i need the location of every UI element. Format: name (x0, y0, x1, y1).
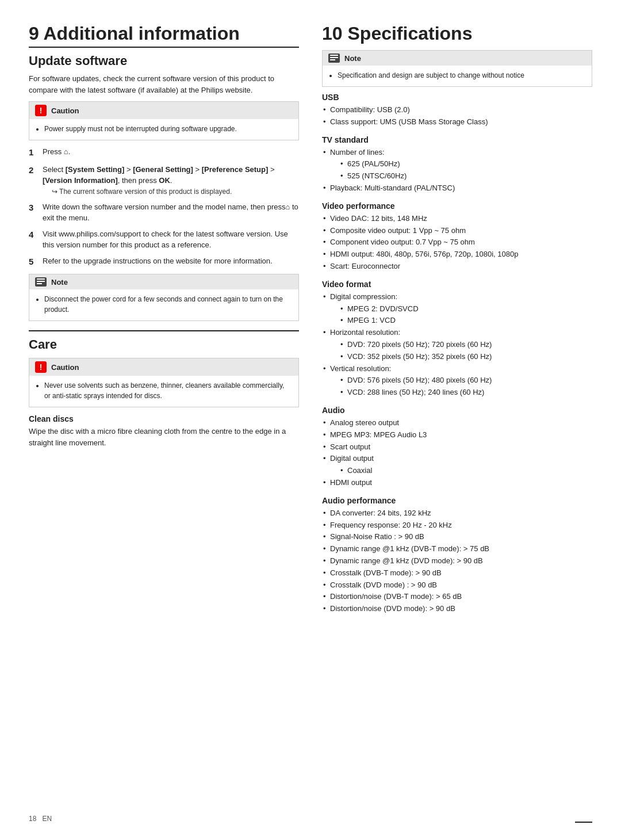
spec-vp-item-0: Video DAC: 12 bits, 148 MHz (322, 213, 592, 225)
spec-audio-sub-3-0: Coaxial (339, 465, 592, 477)
spec-vf-item-2: Vertical resolution: DVD: 576 pixels (50… (322, 363, 592, 399)
spec-vf-sub-0-1: MPEG 1: VCD (339, 315, 592, 327)
spec-audio-list: Analog stereo output MPEG MP3: MPEG Audi… (322, 417, 592, 489)
spec-vp-list: Video DAC: 12 bits, 148 MHz Composite vi… (322, 213, 592, 273)
right-section-title: 10 Specifications (322, 23, 592, 44)
step-5: 5 Refer to the upgrade instructions on t… (29, 255, 299, 269)
note-item-update-0: Disconnect the power cord for a few seco… (44, 294, 292, 315)
spec-tv-sub-0-1: 525 (NTSC/60Hz) (339, 170, 592, 182)
spec-video-format: Video format Digital compression: MPEG 2… (322, 280, 592, 399)
spec-tv-item-1: Playback: Multi-standard (PAL/NTSC) (322, 182, 592, 194)
page-footer: 18 EN (29, 815, 52, 823)
step-5-num: 5 (29, 255, 38, 269)
caution-icon-care: ! (35, 361, 47, 373)
spec-audio-sub-3: Coaxial (330, 465, 592, 477)
spec-audio-title: Audio (322, 406, 592, 415)
spec-vf-item-1: Horizontal resolution: DVD: 720 pixels (… (322, 327, 592, 362)
step-4-content: Visit www.philips.com/support to check f… (43, 228, 299, 251)
note-box-specs: Note Specification and design are subjec… (322, 50, 592, 87)
step-3-content: Write down the software version number a… (43, 201, 299, 224)
spec-audio-performance: Audio performance DA converter: 24 bits,… (322, 496, 592, 615)
update-software-intro: For software updates, check the current … (29, 73, 299, 96)
spec-tv-sub-0-0: 625 (PAL/50Hz) (339, 158, 592, 170)
caution-icon-update: ! (35, 105, 47, 116)
spec-ap-item-5: Crosstalk (DVB-T mode): > 90 dB (322, 567, 592, 579)
step-4: 4 Visit www.philips.com/support to check… (29, 228, 299, 251)
spec-vf-sub-0: MPEG 2: DVD/SVCD MPEG 1: VCD (330, 303, 592, 327)
clean-discs-title: Clean discs (29, 414, 299, 423)
caution-body-care: Never use solvents such as benzene, thin… (29, 376, 298, 407)
step-2-arrow: ↪ The current software version of this p… (43, 186, 299, 197)
note-header-update: Note (29, 274, 298, 289)
spec-ap-item-2: Signal-Noise Ratio : > 90 dB (322, 531, 592, 543)
spec-audio-item-4: HDMI output (322, 477, 592, 489)
svg-rect-0 (37, 278, 45, 280)
spec-vp-title: Video performance (322, 201, 592, 211)
spec-vf-sub-2-1: VCD: 288 lines (50 Hz); 240 lines (60 Hz… (339, 387, 592, 399)
step-3-num: 3 (29, 201, 38, 224)
footer-line (575, 822, 592, 823)
page-lang: EN (42, 815, 52, 823)
note-item-specs-0: Specification and design are subject to … (338, 70, 585, 81)
step-1-num: 1 (29, 146, 38, 159)
spec-tv-standard: TV standard Number of lines: 625 (PAL/50… (322, 135, 592, 194)
note-icon-update (35, 277, 47, 287)
svg-rect-4 (330, 57, 338, 58)
caution-item-care-0: Never use solvents such as benzene, thin… (44, 380, 292, 401)
step-4-num: 4 (29, 228, 38, 251)
spec-vf-item-0: Digital compression: MPEG 2: DVD/SVCD MP… (322, 291, 592, 327)
left-column: 9 Additional information Update software… (29, 23, 299, 622)
spec-ap-item-8: Distortion/noise (DVD mode): > 90 dB (322, 603, 592, 615)
spec-ap-title: Audio performance (322, 496, 592, 505)
spec-ap-item-4: Dynamic range @1 kHz (DVD mode): > 90 dB (322, 555, 592, 567)
spec-ap-list: DA converter: 24 bits, 192 kHz Frequency… (322, 507, 592, 615)
caution-list-care: Never use solvents such as benzene, thin… (36, 380, 292, 401)
caution-list-update: Power supply must not be interrupted dur… (36, 124, 292, 134)
caution-item-update-0: Power supply must not be interrupted dur… (44, 124, 292, 134)
note-box-update: Note Disconnect the power cord for a few… (29, 274, 299, 321)
note-body-update: Disconnect the power cord for a few seco… (29, 289, 298, 320)
spec-tv-item-0: Number of lines: 625 (PAL/50Hz) 525 (NTS… (322, 147, 592, 182)
note-list-update: Disconnect the power cord for a few seco… (36, 294, 292, 315)
spec-vp-item-3: HDMI output: 480i, 480p, 576i, 576p, 720… (322, 249, 592, 261)
spec-ap-item-3: Dynamic range @1 kHz (DVB-T mode): > 75 … (322, 543, 592, 555)
left-section-title: 9 Additional information (29, 23, 299, 44)
svg-rect-2 (37, 283, 42, 284)
spec-vf-sub-1-0: DVD: 720 pixels (50 Hz); 720 pixels (60 … (339, 339, 592, 351)
caution-box-care: ! Caution Never use solvents such as ben… (29, 358, 299, 407)
spec-vf-list: Digital compression: MPEG 2: DVD/SVCD MP… (322, 291, 592, 399)
caution-label-update: Caution (51, 106, 79, 115)
spec-usb-item-1: Class support: UMS (USB Mass Storage Cla… (322, 116, 592, 128)
spec-audio-item-1: MPEG MP3: MPEG Audio L3 (322, 429, 592, 441)
spec-vf-sub-2-0: DVD: 576 pixels (50 Hz); 480 pixels (60 … (339, 375, 592, 387)
update-steps: 1 Press ⌂. 2 Select [System Setting] > [… (29, 146, 299, 268)
spec-video-performance: Video performance Video DAC: 12 bits, 14… (322, 201, 592, 273)
spec-vf-title: Video format (322, 280, 592, 289)
caution-label-care: Caution (51, 363, 79, 372)
spec-tv-sublist-0: 625 (PAL/50Hz) 525 (NTSC/60Hz) (330, 158, 592, 182)
spec-vp-item-2: Component video output: 0.7 Vpp ~ 75 ohm (322, 236, 592, 249)
spec-ap-item-7: Distortion/noise (DVB-T mode): > 65 dB (322, 591, 592, 603)
note-body-specs: Specification and design are subject to … (323, 66, 592, 86)
page-number: 18 (29, 815, 36, 823)
spec-audio-item-0: Analog stereo output (322, 417, 592, 429)
step-1: 1 Press ⌂. (29, 146, 299, 159)
spec-vf-sub-1-1: VCD: 352 pixels (50 Hz); 352 pixels (60 … (339, 351, 592, 363)
step-5-content: Refer to the upgrade instructions on the… (43, 255, 299, 269)
step-3: 3 Write down the software version number… (29, 201, 299, 224)
spec-ap-item-6: Crosstalk (DVD mode) : > 90 dB (322, 579, 592, 591)
page-footer-right (575, 822, 592, 823)
spec-tv-list: Number of lines: 625 (PAL/50Hz) 525 (NTS… (322, 147, 592, 194)
spec-audio-item-3: Digital output Coaxial (322, 453, 592, 477)
spec-vp-item-1: Composite video output: 1 Vpp ~ 75 ohm (322, 225, 592, 237)
right-column: 10 Specifications Note Specification and… (322, 23, 592, 622)
spec-vf-sub-1: DVD: 720 pixels (50 Hz); 720 pixels (60 … (330, 339, 592, 363)
spec-ap-item-0: DA converter: 24 bits, 192 kHz (322, 507, 592, 520)
svg-rect-3 (330, 55, 338, 56)
spec-tv-title: TV standard (322, 135, 592, 144)
svg-rect-1 (37, 281, 45, 282)
caution-box-update: ! Caution Power supply must not be inter… (29, 101, 299, 140)
note-header-specs: Note (323, 51, 592, 66)
spec-vf-sub-0-0: MPEG 2: DVD/SVCD (339, 303, 592, 315)
svg-rect-5 (330, 59, 335, 60)
